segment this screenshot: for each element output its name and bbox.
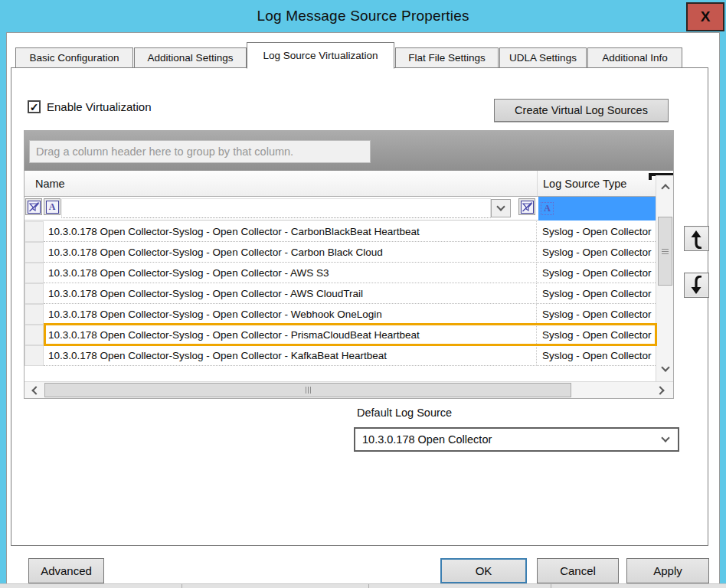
tab-udla-settings[interactable]: UDLA Settings	[499, 47, 587, 68]
row-selector[interactable]	[25, 325, 44, 345]
filter-row: A A	[25, 197, 656, 220]
close-icon: X	[701, 8, 711, 25]
button-label: Advanced	[41, 564, 92, 577]
name-filter-dropdown-button[interactable]	[491, 199, 511, 217]
chevron-down-icon	[661, 363, 669, 371]
column-header-label: Name	[35, 178, 65, 190]
tab-log-source-virtualization[interactable]: Log Source Virtualization	[247, 42, 394, 69]
scroll-down-button[interactable]	[657, 359, 673, 379]
background-window-strip	[0, 583, 726, 588]
tab-additional-info[interactable]: Additional Info	[587, 47, 682, 68]
window-title: Log Message Source Properties	[0, 0, 726, 32]
tab-label: Additional Info	[602, 52, 668, 64]
table-row[interactable]: 10.3.0.178 Open Collector-Syslog - Open …	[25, 283, 656, 304]
column-header-name[interactable]: Name	[25, 171, 537, 197]
name-filter-input[interactable]	[61, 198, 491, 218]
curved-arrow-up-icon	[688, 229, 706, 249]
table-row[interactable]: 10.3.0.178 Open Collector-Syslog - Open …	[25, 221, 656, 242]
table-row[interactable]: 10.3.0.178 Open Collector-Syslog - Open …	[25, 263, 656, 283]
row-selector[interactable]	[25, 242, 44, 263]
tab-additional-settings[interactable]: Additional Settings	[134, 47, 247, 68]
log-message-source-properties-window: Log Message Source Properties X Basic Co…	[0, 0, 726, 588]
move-row-up-button[interactable]	[684, 226, 709, 251]
scroll-left-button[interactable]	[25, 383, 44, 398]
default-log-source-combobox[interactable]: 10.3.0.178 Open Collector	[354, 427, 679, 452]
cell-log-source-type[interactable]: Syslog - Open Collector	[537, 242, 656, 263]
row-selector[interactable]	[25, 304, 44, 325]
column-header-label: Log Source Type	[543, 178, 626, 190]
ok-button[interactable]: OK	[440, 558, 527, 583]
tab-basic-configuration[interactable]: Basic Configuration	[15, 47, 133, 68]
table-row[interactable]: 10.3.0.178 Open Collector-Syslog - Open …	[25, 345, 656, 366]
cell-log-source-type[interactable]: Syslog - Open Collector	[537, 263, 656, 283]
chevron-left-icon	[31, 386, 40, 394]
combobox-value: 10.3.0.178 Open Collector	[362, 433, 492, 446]
default-log-source-label: Default Log Source	[357, 407, 452, 419]
close-button[interactable]: X	[686, 2, 724, 31]
log-sources-grid: Drag a column header here to group by th…	[24, 130, 674, 399]
type-filter-cell-focused[interactable]: A	[538, 197, 656, 220]
chevron-right-icon	[656, 386, 664, 394]
cell-log-source-type[interactable]: Syslog - Open Collector	[537, 325, 656, 345]
curved-arrow-down-icon	[688, 276, 706, 296]
tab-label: UDLA Settings	[509, 52, 577, 64]
clear-filter-icon	[521, 201, 534, 214]
text-filter-icon: A	[46, 201, 59, 214]
button-label: OK	[476, 564, 492, 577]
create-virtual-log-sources-button[interactable]: Create Virtual Log Sources	[494, 99, 669, 122]
name-text-filter-button[interactable]: A	[44, 198, 60, 215]
apply-button[interactable]: Apply	[626, 558, 709, 583]
tab-label: Log Source Virtualization	[263, 50, 378, 61]
move-row-down-button[interactable]	[684, 273, 709, 298]
text-filter-icon: A	[541, 202, 554, 215]
table-row-highlighted[interactable]: 10.3.0.178 Open Collector-Syslog - Open …	[25, 325, 656, 345]
vertical-scrollbar[interactable]	[656, 175, 673, 381]
row-selector[interactable]	[25, 345, 44, 366]
tab-flat-file-settings[interactable]: Flat File Settings	[395, 47, 499, 68]
name-clear-filter-button[interactable]	[25, 198, 42, 215]
cell-log-source-type[interactable]: Syslog - Open Collector	[537, 304, 656, 325]
button-label: Apply	[653, 564, 682, 577]
chevron-up-icon	[661, 184, 669, 192]
enable-virtualization-label: Enable Virtualization	[47, 100, 151, 113]
button-label: Cancel	[560, 564, 596, 577]
scroll-right-button[interactable]	[652, 383, 671, 398]
check-icon: ✓	[30, 101, 39, 113]
enable-virtualization-checkbox[interactable]: ✓	[28, 100, 41, 113]
group-by-hint: Drag a column header here to group by th…	[29, 140, 371, 163]
tab-label: Flat File Settings	[408, 52, 486, 64]
cell-name[interactable]: 10.3.0.178 Open Collector-Syslog - Open …	[44, 242, 537, 263]
type-clear-filter-button[interactable]	[518, 198, 535, 215]
horizontal-scrollbar-thumb[interactable]	[44, 383, 571, 397]
tab-label: Additional Settings	[148, 52, 234, 64]
chevron-down-icon	[661, 433, 669, 442]
button-label: Create Virtual Log Sources	[515, 104, 648, 116]
advanced-button[interactable]: Advanced	[28, 558, 104, 583]
cell-log-source-type[interactable]: Syslog - Open Collector	[537, 345, 656, 366]
titlebar[interactable]: Log Message Source Properties	[0, 0, 726, 32]
row-selector[interactable]	[25, 283, 44, 304]
row-selector[interactable]	[25, 221, 44, 242]
cell-name[interactable]: 10.3.0.178 Open Collector-Syslog - Open …	[44, 221, 537, 242]
column-header-log-source-type[interactable]: Log Source Type	[537, 171, 656, 197]
cell-name[interactable]: 10.3.0.178 Open Collector-Syslog - Open …	[44, 345, 537, 366]
table-row[interactable]: 10.3.0.178 Open Collector-Syslog - Open …	[25, 242, 656, 263]
cell-name[interactable]: 10.3.0.178 Open Collector-Syslog - Open …	[44, 304, 537, 325]
tab-label: Basic Configuration	[29, 52, 119, 64]
scroll-up-button[interactable]	[657, 177, 673, 197]
row-selector[interactable]	[25, 263, 44, 283]
clear-filter-icon	[28, 201, 41, 214]
cell-log-source-type[interactable]: Syslog - Open Collector	[537, 283, 656, 304]
group-by-bar[interactable]: Drag a column header here to group by th…	[25, 131, 673, 171]
cell-name[interactable]: 10.3.0.178 Open Collector-Syslog - Open …	[44, 283, 537, 304]
cancel-button[interactable]: Cancel	[537, 558, 619, 583]
chevron-down-icon	[496, 202, 505, 211]
cell-name[interactable]: 10.3.0.178 Open Collector-Syslog - Open …	[44, 325, 537, 345]
table-row[interactable]: 10.3.0.178 Open Collector-Syslog - Open …	[25, 304, 656, 325]
horizontal-scrollbar[interactable]	[25, 381, 673, 398]
cell-name[interactable]: 10.3.0.178 Open Collector-Syslog - Open …	[44, 263, 537, 283]
vertical-scrollbar-thumb[interactable]	[658, 217, 672, 286]
cell-log-source-type[interactable]: Syslog - Open Collector	[537, 221, 656, 242]
